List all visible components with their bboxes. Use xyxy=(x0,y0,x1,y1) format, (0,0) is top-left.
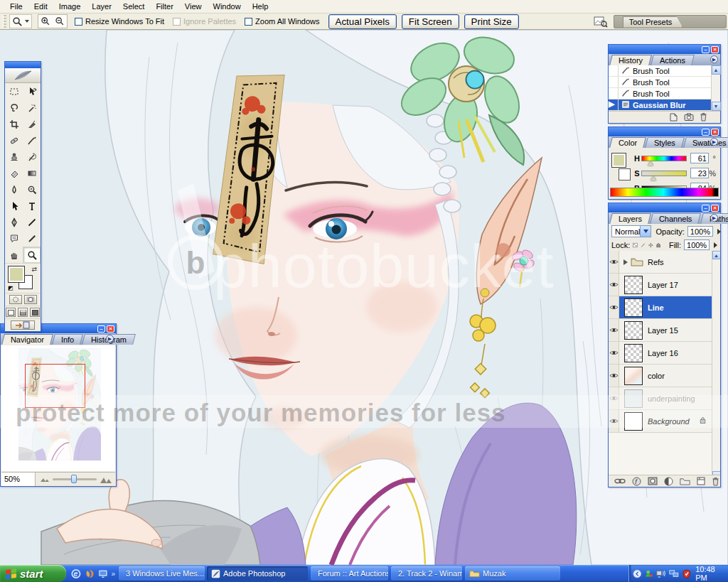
blend-mode-select[interactable]: Normal xyxy=(611,225,651,237)
lock-transparency-icon[interactable] xyxy=(633,241,638,249)
quick-launch-overflow-icon[interactable]: » xyxy=(111,570,115,578)
navigator-preview[interactable] xyxy=(1,345,115,471)
close-icon[interactable]: × xyxy=(107,325,114,333)
tab-actions[interactable]: Actions xyxy=(651,55,695,65)
minimize-icon[interactable]: – xyxy=(97,325,105,333)
actual-pixels-button[interactable]: Actual Pixels xyxy=(328,14,397,29)
history-source-well[interactable] xyxy=(609,88,619,99)
tab-color[interactable]: Color xyxy=(609,137,646,148)
tab-swatches[interactable]: Swatches xyxy=(683,137,728,148)
lasso-tool[interactable] xyxy=(5,99,23,116)
eyedropper-tool[interactable] xyxy=(23,230,41,247)
menu-file[interactable]: File xyxy=(4,1,28,12)
saturation-slider-marker[interactable] xyxy=(651,176,656,180)
new-layer-icon[interactable] xyxy=(697,477,705,485)
layer-style-icon[interactable]: f xyxy=(632,477,641,486)
show-desktop-icon[interactable] xyxy=(98,568,108,579)
taskbar-button-forum[interactable]: Forum :: Art Auctions... xyxy=(311,566,388,581)
quick-mask-button[interactable] xyxy=(24,295,37,304)
close-icon[interactable]: × xyxy=(711,205,719,212)
scroll-down-icon[interactable]: ▼ xyxy=(712,102,721,111)
history-source-well[interactable] xyxy=(609,77,619,87)
layer-mask-icon[interactable] xyxy=(648,477,658,485)
layer-row[interactable]: Layer 15 xyxy=(609,319,712,342)
layer-thumbnail[interactable] xyxy=(624,344,643,362)
resize-windows-checkbox[interactable]: Resize Windows To Fit xyxy=(75,17,164,26)
menu-filter[interactable]: Filter xyxy=(150,1,178,12)
fill-arrow-icon[interactable] xyxy=(714,242,717,248)
trash-icon[interactable] xyxy=(712,477,719,486)
history-titlebar[interactable]: – × xyxy=(609,45,720,54)
zoom-slider-thumb[interactable] xyxy=(71,475,77,483)
dodge-tool[interactable] xyxy=(23,181,41,198)
hue-slider-marker[interactable] xyxy=(648,161,653,166)
hide-tray-icons-icon[interactable] xyxy=(633,569,642,578)
palette-menu-icon[interactable]: ▶ xyxy=(710,138,718,146)
zoom-in-slider-icon[interactable] xyxy=(100,475,112,484)
close-icon[interactable]: × xyxy=(711,46,719,53)
tab-history[interactable]: History xyxy=(609,55,652,65)
tool-presets-tab[interactable]: Tool Presets xyxy=(623,16,683,28)
minimize-icon[interactable]: – xyxy=(702,46,710,53)
history-step[interactable]: Brush Tool xyxy=(609,65,711,77)
hue-slider[interactable] xyxy=(641,156,687,161)
new-group-icon[interactable] xyxy=(680,478,690,485)
layer-row-refs[interactable]: Refs xyxy=(609,251,712,274)
history-brush-tool[interactable] xyxy=(23,149,41,165)
layer-row[interactable]: Layer 16 xyxy=(609,342,712,365)
background-color-swatch[interactable] xyxy=(619,168,631,180)
rectangular-marquee-tool[interactable] xyxy=(5,83,23,99)
eye-icon[interactable] xyxy=(609,327,619,333)
fullscreen-menu-button[interactable] xyxy=(18,308,28,317)
hand-tool[interactable] xyxy=(5,247,23,263)
color-spectrum-bar[interactable] xyxy=(610,188,719,197)
zoom-all-windows-checkbox[interactable]: Zoom All Windows xyxy=(245,17,319,26)
trash-icon[interactable] xyxy=(700,112,707,122)
eye-icon[interactable] xyxy=(609,350,619,356)
type-tool[interactable] xyxy=(23,198,41,214)
eye-icon[interactable] xyxy=(609,418,619,424)
minimize-icon[interactable]: – xyxy=(702,129,710,136)
eye-icon[interactable] xyxy=(609,281,619,288)
saturation-slider[interactable] xyxy=(641,171,687,176)
palette-menu-icon[interactable]: ▶ xyxy=(710,214,718,222)
magic-wand-tool[interactable] xyxy=(23,99,41,116)
foreground-color-swatch[interactable] xyxy=(9,266,24,282)
layer-thumbnail[interactable] xyxy=(624,412,643,431)
slice-tool[interactable] xyxy=(23,116,41,132)
tab-channels[interactable]: Channels xyxy=(650,213,701,224)
layer-row-selected[interactable]: Line xyxy=(609,296,712,319)
toolbox-titlebar[interactable] xyxy=(5,62,41,68)
menu-image[interactable]: Image xyxy=(53,1,87,12)
layer-thumbnail[interactable] xyxy=(624,367,643,385)
standard-mode-button[interactable] xyxy=(9,295,22,304)
default-colors-icon[interactable]: ◩ xyxy=(8,285,14,291)
opacity-arrow-icon[interactable] xyxy=(717,229,721,235)
tab-navigator[interactable]: Navigator xyxy=(1,334,53,345)
close-icon[interactable]: × xyxy=(711,129,719,136)
layer-row-background[interactable]: Background xyxy=(609,410,712,433)
checkbox-box[interactable] xyxy=(245,18,252,26)
eye-icon[interactable] xyxy=(609,372,619,379)
eye-icon[interactable] xyxy=(609,304,619,311)
volume-display-icon[interactable] xyxy=(656,569,666,578)
palette-menu-icon[interactable]: ▶ xyxy=(710,55,718,63)
move-tool[interactable] xyxy=(23,83,41,99)
layer-thumbnail[interactable] xyxy=(624,276,643,294)
eye-icon[interactable] xyxy=(609,259,619,265)
layer-row[interactable]: Layer 17 xyxy=(609,274,712,296)
crop-tool[interactable] xyxy=(5,116,23,132)
healing-brush-tool[interactable] xyxy=(5,132,23,149)
brush-tool[interactable] xyxy=(23,132,41,149)
group-expand-icon[interactable] xyxy=(623,259,628,265)
fill-value[interactable]: 100% xyxy=(684,239,710,250)
layer-thumbnail[interactable] xyxy=(624,298,643,317)
fullscreen-button[interactable] xyxy=(30,308,40,317)
blur-tool[interactable] xyxy=(5,181,23,198)
eye-icon[interactable] xyxy=(609,395,619,402)
new-document-from-state-icon[interactable] xyxy=(669,113,678,122)
taskbar-button-winamp[interactable]: 2. Track 2 - Winamp xyxy=(391,566,462,581)
messenger-status-icon[interactable] xyxy=(645,569,654,578)
lock-paint-icon[interactable] xyxy=(641,241,646,249)
layer-thumbnail[interactable] xyxy=(624,389,643,408)
